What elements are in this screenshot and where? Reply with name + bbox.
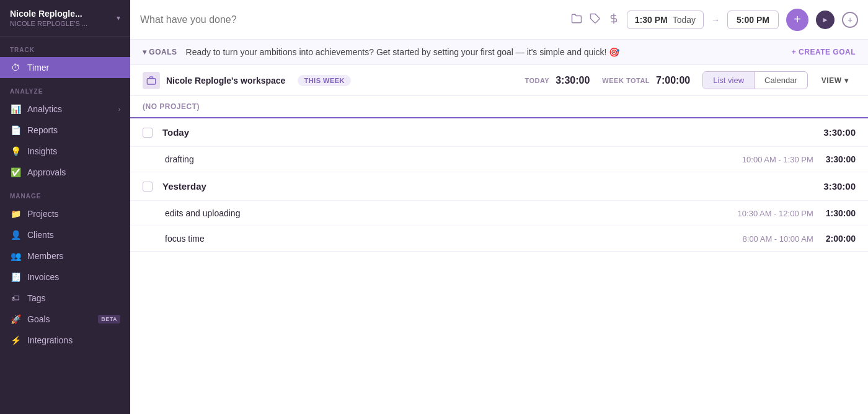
- timer-icon: ⏱: [10, 62, 21, 73]
- entry-name: edits and uploading: [165, 208, 738, 218]
- day-total: 3:30:00: [823, 181, 856, 192]
- sidebar-item-projects[interactable]: 📁Projects: [0, 203, 130, 224]
- view-toggle: List view Calendar: [702, 71, 808, 89]
- calendar-view-button[interactable]: Calendar: [755, 72, 807, 89]
- arrow-icon: →: [711, 15, 720, 25]
- sidebar-section-analyze: ANALYZE: [0, 78, 130, 99]
- tags-icon: 🏷: [10, 293, 21, 304]
- sidebar-item-analytics[interactable]: 📊Analytics›: [0, 99, 130, 120]
- task-input[interactable]: [140, 14, 564, 25]
- create-goal-label: + CREATE GOAL: [792, 48, 856, 56]
- goals-toggle[interactable]: ▾ GOALS: [143, 48, 177, 56]
- day-group-0: Today3:30:00drafting10:00 AM - 1:30 PM3:…: [130, 118, 868, 172]
- sidebar-item-label-insights: Insights: [27, 146, 120, 156]
- entry-time-range: 10:00 AM - 1:30 PM: [742, 155, 813, 164]
- day-row: Today3:30:00: [130, 118, 868, 146]
- sidebar-item-insights[interactable]: 💡Insights: [0, 141, 130, 162]
- day-label: Today: [162, 127, 813, 138]
- entry-duration: 1:30:00: [826, 208, 856, 218]
- view-chevron-icon: ▾: [844, 76, 849, 85]
- time-entry: drafting10:00 AM - 1:30 PM3:30:00: [130, 146, 868, 172]
- billing-icon[interactable]: [608, 13, 619, 27]
- integrations-icon: ⚡: [10, 335, 21, 346]
- create-goal-button[interactable]: + CREATE GOAL: [792, 48, 856, 56]
- project-header: (NO PROJECT): [130, 96, 868, 118]
- folder-icon[interactable]: [571, 13, 582, 27]
- days-container: Today3:30:00drafting10:00 AM - 1:30 PM3:…: [130, 118, 868, 252]
- user-name: Nicole Replogle...: [10, 9, 87, 19]
- day-label: Yesterday: [162, 181, 813, 192]
- analytics-icon: 📊: [10, 103, 21, 115]
- sidebar-section-manage: MANAGE: [0, 183, 130, 203]
- projects-icon: 📁: [10, 208, 21, 219]
- clients-icon: 👤: [10, 229, 21, 240]
- members-icon: 👥: [10, 250, 21, 262]
- entry-name: focus time: [165, 234, 743, 244]
- time-entry: edits and uploading10:30 AM - 12:00 PM1:…: [130, 200, 868, 226]
- goals-toggle-label: ▾ GOALS: [143, 48, 177, 56]
- entry-time-range: 8:00 AM - 10:00 AM: [743, 234, 813, 244]
- day-total: 3:30:00: [823, 127, 856, 138]
- entry-name: drafting: [165, 154, 742, 164]
- sidebar-item-label-projects: Projects: [27, 209, 120, 219]
- this-week-badge: THIS WEEK: [298, 75, 351, 86]
- week-total-section: WEEK TOTAL 7:00:00: [602, 75, 690, 86]
- workspace-name: Nicole Replogle's workspace: [166, 76, 285, 86]
- today-label: TODAY: [525, 77, 549, 84]
- tag-icon[interactable]: [590, 13, 601, 27]
- user-menu[interactable]: Nicole Replogle... NICOLE REPLOGLE'S ...…: [0, 0, 130, 37]
- week-header: Nicole Replogle's workspace THIS WEEK TO…: [130, 65, 868, 96]
- workspace-info: Nicole Replogle's workspace THIS WEEK: [143, 72, 515, 89]
- start-date: Today: [673, 15, 696, 25]
- sidebar-item-label-reports: Reports: [27, 125, 120, 135]
- user-avatar-icon[interactable]: ►: [816, 11, 835, 29]
- end-time: 5:00 PM: [737, 15, 769, 25]
- sidebar-item-label-clients: Clients: [27, 230, 120, 240]
- sidebar-item-invoices[interactable]: 🧾Invoices: [0, 266, 130, 288]
- goals-icon: 🚀: [10, 314, 21, 325]
- sidebar-item-reports[interactable]: 📄Reports: [0, 120, 130, 141]
- sidebar-item-label-timer: Timer: [27, 63, 120, 73]
- day-checkbox[interactable]: [143, 128, 153, 138]
- day-checkbox[interactable]: [143, 182, 153, 192]
- sidebar-item-label-members: Members: [27, 251, 120, 261]
- sidebar-item-label-goals: Goals: [27, 314, 92, 324]
- sidebar-item-tags[interactable]: 🏷Tags: [0, 288, 130, 309]
- sidebar-item-clients[interactable]: 👤Clients: [0, 224, 130, 245]
- beta-badge: BETA: [98, 315, 120, 324]
- entry-time-range: 10:30 AM - 12:00 PM: [738, 209, 813, 218]
- day-group-1: Yesterday3:30:00edits and uploading10:30…: [130, 172, 868, 252]
- view-label: VIEW: [822, 76, 842, 85]
- day-row: Yesterday3:30:00: [130, 172, 868, 200]
- reports-icon: 📄: [10, 125, 21, 136]
- entry-duration: 2:00:00: [826, 234, 856, 244]
- sidebar-item-timer[interactable]: ⏱Timer: [0, 57, 130, 78]
- invoices-icon: 🧾: [10, 271, 21, 283]
- week-total-label: WEEK TOTAL: [602, 77, 650, 84]
- workspace-icon: [143, 72, 160, 89]
- sidebar-item-members[interactable]: 👥Members: [0, 245, 130, 266]
- end-time-picker[interactable]: 5:00 PM: [727, 11, 779, 29]
- sidebar-item-goals[interactable]: 🚀GoalsBETA: [0, 309, 130, 330]
- entry-duration: 3:30:00: [826, 154, 856, 164]
- sidebar: Nicole Replogle... NICOLE REPLOGLE'S ...…: [0, 0, 130, 414]
- topbar: 1:30 PM Today → 5:00 PM + ► +: [130, 0, 868, 40]
- sidebar-item-approvals[interactable]: ✅Approvals: [0, 162, 130, 183]
- analytics-expand-icon: ›: [118, 106, 120, 113]
- sidebar-item-label-approvals: Approvals: [27, 167, 120, 177]
- sidebar-section-track: TRACK: [0, 37, 130, 57]
- add-entry-button[interactable]: +: [786, 9, 808, 31]
- start-time: 1:30 PM: [635, 15, 668, 25]
- approvals-icon: ✅: [10, 167, 21, 178]
- sidebar-item-label-invoices: Invoices: [27, 272, 120, 282]
- add-small-button[interactable]: +: [842, 12, 858, 28]
- view-dropdown-button[interactable]: VIEW ▾: [814, 73, 856, 89]
- sidebar-item-integrations[interactable]: ⚡Integrations: [0, 330, 130, 351]
- list-view-button[interactable]: List view: [703, 72, 755, 89]
- today-section: TODAY 3:30:00: [525, 75, 590, 86]
- sidebar-item-label-analytics: Analytics: [27, 104, 112, 114]
- svg-rect-2: [147, 78, 155, 84]
- goals-message: Ready to turn your ambitions into achiev…: [186, 47, 783, 57]
- sidebar-item-label-integrations: Integrations: [27, 335, 120, 345]
- start-time-picker[interactable]: 1:30 PM Today: [627, 11, 704, 29]
